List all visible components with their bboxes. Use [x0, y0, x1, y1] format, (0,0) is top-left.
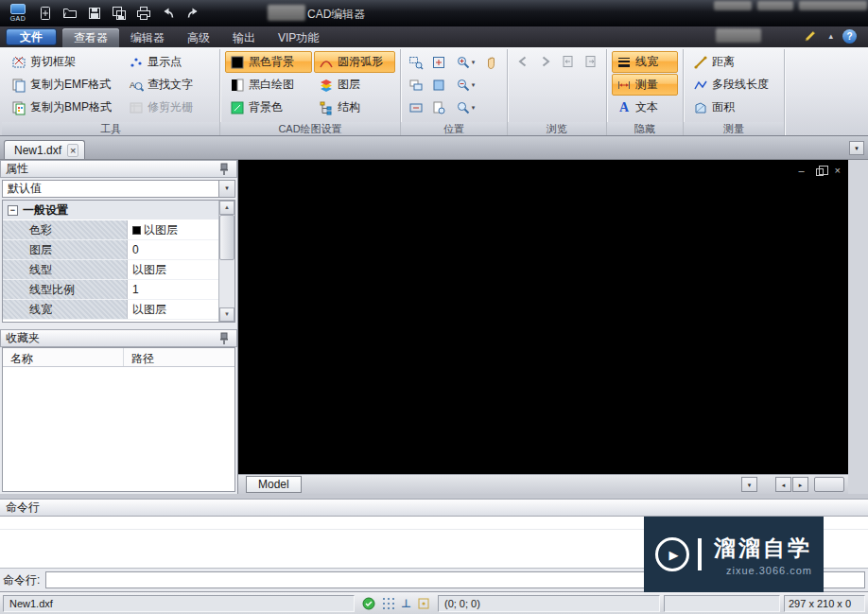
property-row-color[interactable]: 色彩 以图层: [3, 220, 218, 240]
zoom-page-button[interactable]: [428, 97, 449, 118]
layers-button[interactable]: 图层: [314, 74, 395, 96]
document-tab-label: New1.dxf: [14, 144, 61, 157]
background-color-button[interactable]: 背景色: [225, 96, 312, 118]
grid-snap-icon[interactable]: [381, 596, 396, 611]
layout-scrollbar-thumb[interactable]: [814, 477, 844, 492]
zoom-in-button[interactable]: ▾: [451, 52, 479, 73]
copy-as-bmp-button[interactable]: 复制为BMP格式: [7, 96, 122, 118]
favorites-table: 名称 路径: [2, 347, 235, 492]
tab-vip[interactable]: VIP功能: [267, 28, 330, 47]
ribbon-group-tools: 剪切框架 复制为EMF格式 复制为BMP格式 显示点 A查找文字 修剪光栅 工具: [2, 49, 220, 135]
layout-scroll-left-button[interactable]: ◂: [775, 477, 791, 492]
osnap-icon[interactable]: [416, 596, 431, 611]
redo-button[interactable]: [182, 2, 204, 25]
black-background-button[interactable]: 黑色背景: [225, 51, 312, 73]
model-tab[interactable]: Model: [246, 476, 302, 493]
zoom-window-button[interactable]: [406, 52, 426, 73]
smooth-arc-button[interactable]: 圆滑弧形: [314, 51, 395, 73]
app-logo[interactable]: GAD: [4, 1, 32, 26]
svg-text:A: A: [130, 80, 135, 90]
collapse-icon[interactable]: −: [8, 205, 18, 216]
tab-viewer[interactable]: 查看器: [62, 28, 119, 47]
undo-button[interactable]: [157, 2, 180, 25]
pencil-icon: [803, 28, 818, 44]
tab-output[interactable]: 输出: [221, 28, 267, 47]
save-icon: [86, 5, 103, 22]
structure-icon: [319, 100, 334, 115]
view-next-button[interactable]: [581, 51, 601, 72]
combo-dropdown-icon[interactable]: ▾: [218, 181, 234, 197]
tab-editor[interactable]: 编辑器: [119, 28, 176, 47]
pin-icon[interactable]: [217, 162, 232, 177]
find-text-label: 查找文字: [148, 77, 193, 93]
scrollbar-thumb[interactable]: [219, 215, 234, 260]
browse-back-button[interactable]: [512, 51, 533, 72]
tab-advanced[interactable]: 高级: [176, 28, 221, 47]
measure-toggle-button[interactable]: 测量: [612, 74, 678, 96]
zoom-extents-button[interactable]: [428, 52, 449, 73]
scroll-down-icon[interactable]: ▼: [219, 307, 234, 322]
find-text-button[interactable]: A查找文字: [124, 74, 215, 96]
properties-panel-header: 属性: [0, 160, 237, 178]
bw-drawing-button[interactable]: 黑白绘图: [225, 74, 312, 96]
property-grid-scrollbar[interactable]: ▲ ▼: [218, 201, 234, 322]
help-button[interactable]: ?: [842, 29, 857, 44]
area-button[interactable]: 面积: [688, 96, 779, 118]
file-menu-button[interactable]: 文件: [6, 28, 57, 45]
zoom-previous-icon: [408, 78, 424, 93]
status-ok-icon[interactable]: [361, 596, 376, 611]
open-file-button[interactable]: [59, 2, 81, 25]
ortho-mode-icon[interactable]: ⊥: [401, 597, 411, 610]
tab-list-dropdown-button[interactable]: ▾: [849, 141, 864, 155]
zoom-scale-button[interactable]: [406, 97, 426, 118]
quick-edit-button[interactable]: [802, 27, 819, 44]
minimize-ribbon-button[interactable]: ▴: [828, 31, 833, 41]
copy-as-emf-button[interactable]: 复制为EMF格式: [7, 74, 122, 96]
distance-button[interactable]: 距离: [688, 51, 779, 73]
text-toggle-button[interactable]: A文本: [612, 96, 678, 118]
save-button[interactable]: [83, 2, 106, 25]
zoom-out-icon: [456, 78, 471, 93]
property-row-linetype-scale[interactable]: 线型比例 1: [3, 280, 218, 300]
print-button[interactable]: [132, 2, 155, 25]
favorites-column-name[interactable]: 名称: [3, 348, 124, 366]
trim-raster-button[interactable]: 修剪光栅: [124, 96, 215, 118]
pin-icon[interactable]: [217, 331, 232, 346]
help-icon: ?: [846, 31, 852, 42]
property-row-layer[interactable]: 图层 0: [3, 240, 218, 260]
bw-drawing-icon: [230, 78, 245, 93]
properties-sidebar: 属性 默认值 ▾ − 一般设置 色彩 以图层: [0, 160, 238, 494]
property-group-row[interactable]: − 一般设置: [3, 201, 218, 220]
watermark-bar: [698, 538, 702, 570]
view-previous-button[interactable]: [558, 51, 579, 72]
polyline-length-button[interactable]: 多段线长度: [688, 74, 779, 96]
layout-dropdown-button[interactable]: ▾: [741, 477, 757, 492]
zoom-window-icon: [408, 55, 424, 70]
doc-restore-icon[interactable]: [816, 168, 824, 176]
tab-close-icon[interactable]: ×: [67, 144, 78, 157]
doc-minimize-icon[interactable]: –: [798, 166, 804, 176]
lineweight-toggle-button[interactable]: 线宽: [612, 51, 678, 73]
structure-button[interactable]: 结构: [314, 96, 395, 118]
clip-frame-button[interactable]: 剪切框架: [7, 51, 122, 73]
property-row-linetype[interactable]: 线型 以图层: [3, 260, 218, 280]
favorites-column-path[interactable]: 路径: [124, 348, 234, 366]
drawing-canvas[interactable]: – ×: [238, 160, 848, 474]
show-points-button[interactable]: 显示点: [124, 51, 215, 73]
zoom-all-button[interactable]: ▾: [451, 97, 479, 118]
property-row-lineweight[interactable]: 线宽 以图层: [3, 300, 218, 320]
save-as-button[interactable]: [108, 2, 130, 25]
browse-forward-button[interactable]: [535, 51, 556, 72]
zoom-previous-button[interactable]: [406, 75, 426, 96]
zoom-selection-button[interactable]: [428, 75, 449, 96]
pan-button[interactable]: [481, 52, 502, 73]
zoom-out-button[interactable]: ▾: [451, 75, 479, 96]
show-points-icon: [129, 55, 144, 70]
preset-combobox[interactable]: 默认值 ▾: [2, 180, 235, 198]
workspace: 属性 默认值 ▾ − 一般设置 色彩 以图层: [0, 160, 868, 494]
scroll-up-icon[interactable]: ▲: [219, 201, 234, 215]
document-tab[interactable]: New1.dxf ×: [4, 140, 85, 159]
new-file-button[interactable]: [34, 2, 57, 25]
doc-close-icon[interactable]: ×: [835, 166, 841, 176]
layout-scroll-right-button[interactable]: ▸: [792, 477, 808, 492]
